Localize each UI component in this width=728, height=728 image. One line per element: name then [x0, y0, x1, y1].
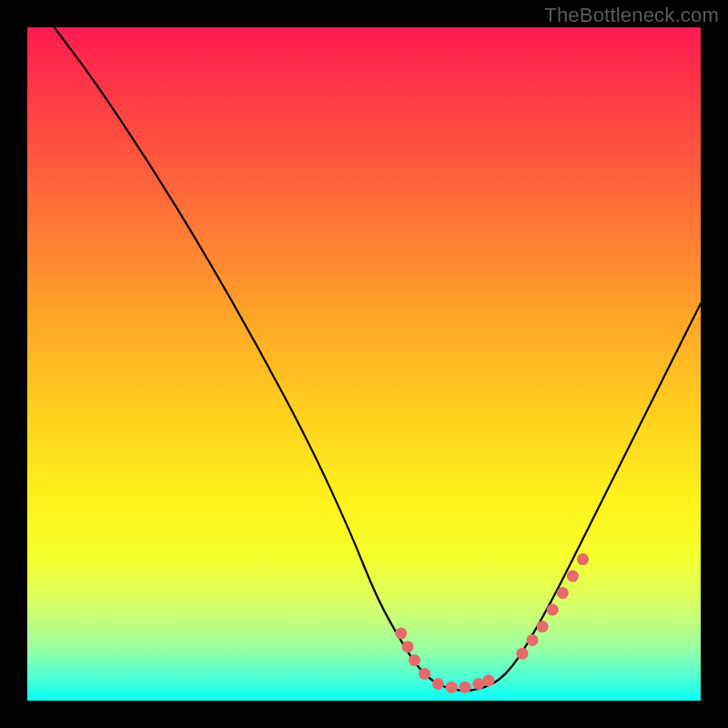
data-dot: [577, 553, 589, 565]
data-dot: [567, 571, 579, 582]
data-dot: [527, 634, 539, 646]
data-dot: [402, 641, 414, 652]
data-dot: [419, 668, 430, 680]
data-dot: [395, 628, 407, 640]
data-dot: [516, 648, 528, 660]
data-dot: [432, 678, 444, 690]
bottleneck-curve: [55, 27, 701, 691]
data-dot: [446, 682, 458, 693]
data-dots: [395, 553, 589, 693]
data-dot: [557, 587, 569, 599]
data-dot: [472, 678, 484, 690]
data-dot: [547, 604, 559, 616]
data-dot: [460, 682, 471, 693]
plot-area: [27, 27, 701, 701]
data-dot: [537, 621, 549, 632]
watermark-text: TheBottleneck.com: [544, 4, 719, 27]
data-dot: [409, 654, 420, 666]
curve-layer: [27, 27, 701, 701]
chart-frame: TheBottleneck.com: [0, 0, 728, 728]
data-dot: [482, 674, 494, 686]
